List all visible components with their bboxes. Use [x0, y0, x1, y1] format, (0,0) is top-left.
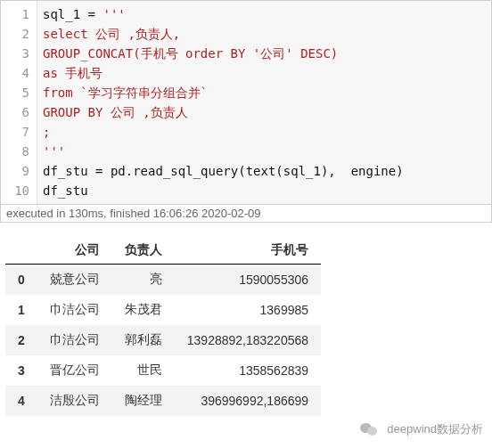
line-number-gutter: 12345678910: [1, 1, 37, 204]
table-cell: 1358562839: [175, 355, 321, 386]
code-cell[interactable]: 12345678910 sql_1 = '''select 公司 ,负责人,GR…: [0, 0, 492, 205]
row-index: 0: [5, 265, 37, 296]
table-cell: 洁殷公司: [37, 386, 112, 416]
watermark-footer: deepwind数据分析: [0, 416, 492, 441]
table-header-cell: [5, 237, 37, 265]
code-line[interactable]: select 公司 ,负责人,: [43, 24, 486, 44]
line-number: 8: [13, 142, 29, 161]
table-row: 0兢意公司亮1590055306: [5, 265, 321, 296]
code-line[interactable]: GROUP_CONCAT(手机号 order BY '公司' DESC): [43, 44, 486, 63]
table-header-cell: 公司: [37, 237, 112, 265]
code-editor[interactable]: sql_1 = '''select 公司 ,负责人,GROUP_CONCAT(手…: [37, 1, 491, 204]
table-row: 2巾洁公司郭利磊13928892,183220568: [5, 325, 321, 355]
line-number: 10: [13, 181, 29, 200]
row-index: 2: [5, 325, 37, 355]
table-cell: 巾洁公司: [37, 295, 112, 325]
table-cell: 郭利磊: [112, 325, 175, 355]
line-number: 6: [13, 102, 29, 122]
table-cell: 1590055306: [175, 265, 321, 296]
line-number: 3: [13, 44, 29, 63]
table-header-row: 公司负责人手机号: [5, 237, 321, 265]
table-body: 0兢意公司亮15900553061巾洁公司朱茂君13699852巾洁公司郭利磊1…: [5, 265, 321, 417]
table-header-cell: 手机号: [175, 237, 321, 265]
table-cell: 兢意公司: [37, 265, 112, 296]
code-line[interactable]: GROUP BY 公司 ,负责人: [43, 102, 486, 122]
table-cell: 晋亿公司: [37, 355, 112, 386]
code-line[interactable]: ''': [43, 142, 486, 161]
code-line[interactable]: sql_1 = ''': [43, 4, 486, 24]
table-row: 3晋亿公司世民1358562839: [5, 355, 321, 386]
code-line[interactable]: as 手机号: [43, 63, 486, 83]
watermark-text: deepwind数据分析: [387, 421, 483, 437]
table-cell: 396996992,186699: [175, 386, 321, 416]
code-line[interactable]: df_stu: [43, 181, 486, 200]
execution-status: executed in 130ms, finished 16:06:26 202…: [0, 205, 492, 223]
code-line[interactable]: ;: [43, 122, 486, 142]
table-cell: 巾洁公司: [37, 325, 112, 355]
code-line[interactable]: df_stu = pd.read_sql_query(text(sql_1), …: [43, 161, 486, 181]
line-number: 7: [13, 122, 29, 142]
output-area: 公司负责人手机号 0兢意公司亮15900553061巾洁公司朱茂君1369985…: [0, 223, 492, 416]
line-number: 2: [13, 24, 29, 44]
dataframe-table: 公司负责人手机号 0兢意公司亮15900553061巾洁公司朱茂君1369985…: [5, 237, 321, 416]
line-number: 1: [13, 4, 29, 24]
table-cell: 亮: [112, 265, 175, 296]
line-number: 5: [13, 83, 29, 102]
table-cell: 陶经理: [112, 386, 175, 416]
line-number: 9: [13, 161, 29, 181]
table-row: 4洁殷公司陶经理396996992,186699: [5, 386, 321, 416]
table-header-cell: 负责人: [112, 237, 175, 265]
table-cell: 世民: [112, 355, 175, 386]
table-cell: 朱茂君: [112, 295, 175, 325]
wechat-icon: [360, 421, 380, 437]
table-row: 1巾洁公司朱茂君1369985: [5, 295, 321, 325]
table-cell: 13928892,183220568: [175, 325, 321, 355]
table-cell: 1369985: [175, 295, 321, 325]
line-number: 4: [13, 63, 29, 83]
code-line[interactable]: from `学习字符串分组合并`: [43, 83, 486, 102]
row-index: 3: [5, 355, 37, 386]
row-index: 4: [5, 386, 37, 416]
row-index: 1: [5, 295, 37, 325]
